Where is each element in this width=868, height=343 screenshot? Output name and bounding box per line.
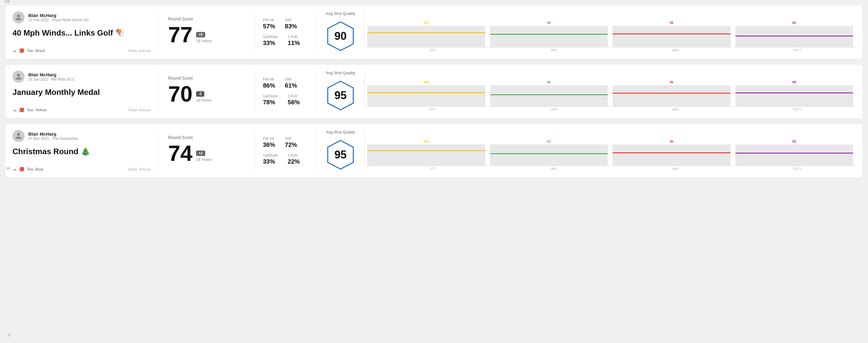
card-right: Avg Shot Quality 95 100 50 0: [316, 70, 856, 112]
holes-text: 18 Holes: [196, 98, 212, 102]
card-footer: ☁ 🎒 Tee: Yellow Data: Arccos: [12, 107, 151, 112]
card-middle: Round Score 74 +2 18 Holes: [158, 130, 256, 172]
tee-info: ☁ 🎒 Tee: Blue: [12, 167, 43, 172]
gir-value: 61%: [285, 82, 297, 89]
avg-shot-quality-label: Avg Shot Quality: [326, 130, 355, 134]
user-row: Blair McHarg 29 Jan 2022 · Mill Ride GCC: [12, 70, 151, 83]
round-title: Christmas Round 🎄: [12, 147, 151, 156]
hexagon-wrap: 95: [324, 138, 357, 172]
fw-hit-stat: FW Hit 36%: [263, 136, 275, 148]
stats-row-bottom: Up/Down 78% 1 Putt 56%: [263, 94, 309, 106]
updown-value: 33%: [263, 39, 278, 46]
score-badge-value: +5: [196, 32, 205, 37]
user-name: Blair McHarg: [28, 13, 89, 18]
user-info: Blair McHarg 29 Jan 2022 · Mill Ride GCC: [28, 72, 74, 82]
oneputt-stat: 1 Putt 56%: [288, 94, 300, 106]
avatar: [12, 70, 25, 83]
card-stats: FW Hit 57% GIR 83% Up/Down 33% 1 Putt: [256, 11, 316, 53]
fw-hit-label: FW Hit: [263, 136, 275, 141]
fw-hit-label: FW Hit: [263, 77, 275, 82]
avg-shot-quality-label: Avg Shot Quality: [326, 11, 355, 16]
bar-group: 95: [613, 139, 731, 166]
user-meta: 27 Dec 2021 · The Oxfordshire: [28, 136, 78, 141]
tee-label: Tee: Black: [27, 48, 45, 53]
oneputt-label: 1 Putt: [288, 94, 300, 98]
user-row: Blair McHarg 27 Dec 2021 · The Oxfordshi…: [12, 130, 151, 142]
score-big: 77: [168, 24, 192, 45]
card-stats: FW Hit 36% GIR 72% Up/Down 33% 1 Putt: [256, 130, 316, 172]
oneputt-value: 22%: [288, 158, 300, 165]
bar-group: 99: [736, 80, 854, 106]
bar-group: 107: [367, 21, 485, 47]
gir-value: 72%: [285, 142, 297, 148]
tee-label: Tee: Yellow: [27, 107, 46, 112]
updown-label: Up/Down: [263, 94, 278, 98]
hex-score: 90: [335, 30, 347, 42]
user-row: Blair McHarg 12 Feb 2022 · Royal North D…: [12, 11, 151, 23]
tee-info: ☁ 🎒 Tee: Black: [12, 48, 45, 53]
score-badge: +2 18 Holes: [196, 151, 212, 164]
user-meta: 12 Feb 2022 · Royal North Devon GC: [28, 18, 89, 22]
round-card: Blair McHarg 27 Dec 2021 · The Oxfordshi…: [5, 123, 863, 178]
bar-group: 95: [490, 21, 608, 47]
stats-row-top: FW Hit 36% GIR 72%: [263, 136, 309, 148]
bar-group: 96: [613, 80, 731, 106]
card-footer: ☁ 🎒 Tee: Blue Data: Arccos: [12, 167, 151, 172]
card-right: Avg Shot Quality 90 100 50 0: [316, 11, 856, 53]
fw-hit-label: FW Hit: [263, 18, 275, 22]
weather-icon: ☁: [12, 167, 17, 172]
gir-stat: GIR 83%: [285, 18, 297, 30]
hexagon-wrap: 95: [324, 79, 357, 112]
score-badge-value: +2: [196, 151, 205, 156]
bar-chart: 100 50 0 110: [365, 131, 856, 170]
bar-group: 93: [736, 139, 854, 166]
gir-value: 83%: [285, 23, 297, 30]
round-score-label: Round Score: [168, 135, 246, 140]
score-badge: -2 18 Holes: [196, 91, 212, 105]
score-badge: +5 18 Holes: [196, 32, 212, 45]
round-title: January Monthly Medal: [12, 88, 151, 97]
stats-row-top: FW Hit 86% GIR 61%: [263, 77, 309, 89]
oneputt-value: 56%: [288, 99, 300, 106]
round-score-label: Round Score: [168, 76, 246, 81]
stats-row-top: FW Hit 57% GIR 83%: [263, 18, 309, 30]
oneputt-stat: 1 Putt 11%: [288, 35, 300, 46]
gir-label: GIR: [285, 18, 297, 22]
bar-group: 110: [367, 139, 485, 166]
updown-stat: Up/Down 33%: [263, 35, 278, 46]
bag-icon: 🎒: [19, 48, 24, 53]
updown-value: 33%: [263, 158, 278, 165]
gir-label: GIR: [285, 77, 297, 82]
user-meta: 29 Jan 2022 · Mill Ride GCC: [28, 77, 74, 82]
data-source: Data: Arccos: [128, 107, 151, 112]
fw-hit-stat: FW Hit 57%: [263, 18, 275, 30]
user-info: Blair McHarg 27 Dec 2021 · The Oxfordshi…: [28, 131, 78, 141]
card-right: Avg Shot Quality 95 100 50 0: [316, 130, 856, 172]
card-left: Blair McHarg 27 Dec 2021 · The Oxfordshi…: [12, 130, 158, 172]
oneputt-stat: 1 Putt 22%: [288, 153, 300, 165]
score-row: 70 -2 18 Holes: [168, 83, 246, 105]
updown-label: Up/Down: [263, 35, 278, 39]
bar-group: 101: [367, 80, 485, 106]
gir-label: GIR: [285, 136, 297, 141]
score-row: 74 +2 18 Holes: [168, 142, 246, 164]
hexagon-section: Avg Shot Quality 95: [324, 130, 357, 172]
score-badge-value: -2: [196, 91, 204, 97]
updown-value: 78%: [263, 99, 278, 106]
data-source: Data: Arccos: [128, 48, 151, 53]
fw-hit-stat: FW Hit 86%: [263, 77, 275, 89]
round-score-label: Round Score: [168, 17, 246, 21]
weather-icon: ☁: [12, 48, 17, 53]
stats-row-bottom: Up/Down 33% 1 Putt 22%: [263, 153, 309, 165]
updown-stat: Up/Down 78%: [263, 94, 278, 106]
tee-info: ☁ 🎒 Tee: Yellow: [12, 107, 46, 112]
card-left: Blair McHarg 29 Jan 2022 · Mill Ride GCC…: [12, 70, 158, 112]
tee-label: Tee: Blue: [27, 167, 43, 172]
bag-icon: 🎒: [19, 167, 24, 172]
card-footer: ☁ 🎒 Tee: Black Data: Arccos: [12, 48, 151, 53]
hexagon-section: Avg Shot Quality 95: [324, 70, 357, 112]
avatar: [12, 11, 25, 23]
gir-stat: GIR 72%: [285, 136, 297, 148]
score-big: 74: [168, 142, 192, 164]
hex-score: 95: [335, 148, 347, 161]
